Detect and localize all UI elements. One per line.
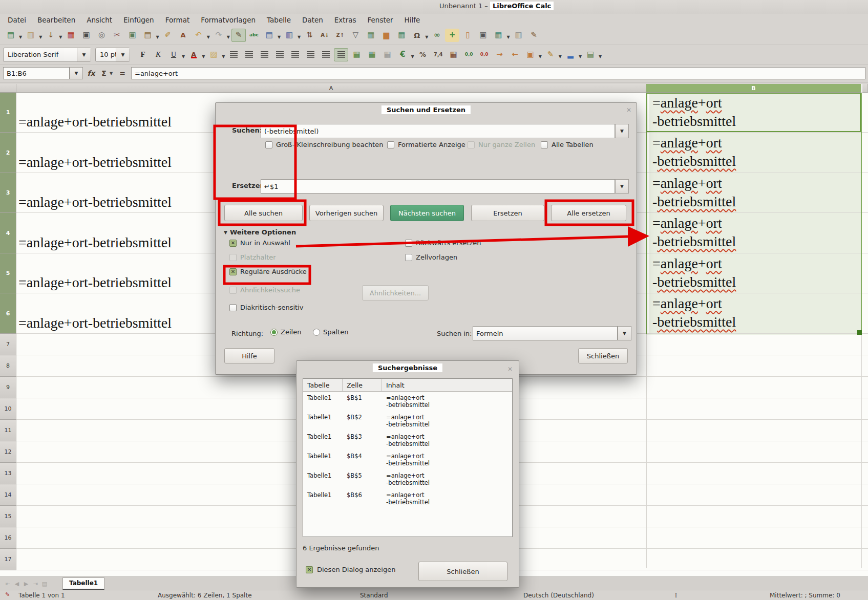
align-top-icon[interactable] (288, 48, 302, 61)
border-color-dropdown-icon[interactable]: ▼ (579, 50, 582, 59)
underline-icon[interactable]: U (166, 48, 181, 61)
redo-icon[interactable]: ↷ (211, 29, 226, 42)
selection-handle[interactable] (857, 330, 862, 335)
font-color-dropdown-icon[interactable]: ▼ (202, 50, 205, 59)
result-row-3[interactable]: Tabelle1$B$3=anlage+ort -betriebsmittel (303, 431, 512, 450)
menu-ansicht[interactable]: Ansicht (81, 15, 118, 25)
row-header-4[interactable]: 4 (0, 213, 16, 253)
name-box[interactable]: B1:B6 (3, 67, 70, 79)
search-input[interactable]: (-betriebsmittel) (261, 124, 615, 138)
unmerge-cells-icon[interactable]: ▦ (380, 48, 394, 61)
save-dropdown-icon[interactable]: ▼ (59, 31, 62, 39)
open-icon[interactable]: ▥ (24, 29, 38, 42)
cell-b5[interactable]: =anlage+ort-betriebsmittel (649, 253, 861, 293)
checkbox-alle-tabellen-box[interactable] (541, 141, 548, 148)
undo-icon[interactable]: ↶ (192, 29, 206, 42)
radio-spalten[interactable]: Spalten (313, 328, 348, 336)
print-preview-icon[interactable]: ◎ (94, 29, 109, 42)
draw-functions-icon[interactable]: ✎ (527, 29, 541, 42)
row-header-13[interactable]: 13 (0, 463, 16, 484)
sheet-tab-tabelle1[interactable]: Tabelle1 (62, 577, 104, 590)
sort-descending-icon[interactable]: Z↑ (333, 29, 347, 42)
insert-comment-icon[interactable]: + (445, 29, 459, 42)
freeze-panes-dropdown-icon[interactable]: ▼ (506, 31, 510, 39)
border-style-icon[interactable]: ✎ (543, 48, 558, 61)
insert-image-icon[interactable]: ▦ (364, 29, 378, 42)
results-dialog-close-icon[interactable]: ✕ (507, 366, 513, 373)
font-name-dropdown-icon[interactable]: ▼ (77, 48, 91, 61)
first-sheet-icon[interactable]: ⇤ (3, 581, 12, 587)
cell-a1[interactable]: =anlage+ort-betriebsmittel (18, 114, 172, 130)
checkbox-platzhalter[interactable]: Platzhalter (229, 253, 276, 261)
select-all-corner[interactable] (0, 84, 16, 93)
undo-dropdown-icon[interactable]: ▼ (207, 31, 210, 39)
row-header-3[interactable]: 3 (0, 173, 16, 213)
cell-a5[interactable]: =anlage+ort-betriebsmittel (18, 274, 172, 291)
column-header-a[interactable]: A (16, 84, 646, 93)
wrap-text-icon[interactable] (334, 48, 348, 61)
menu-hilfe[interactable]: Hilfe (399, 15, 426, 25)
font-size-combo[interactable]: 10 pt ▼ (95, 48, 130, 62)
special-character-dropdown-icon[interactable]: ▼ (425, 31, 428, 39)
checkbox-diakritisch-sensitiv[interactable]: Diakritisch-sensitiv (229, 304, 303, 311)
sum-icon[interactable]: Σ (98, 67, 110, 79)
new-document-dropdown-icon[interactable]: ▼ (19, 31, 22, 39)
cell-b3[interactable]: =anlage+ort-betriebsmittel (649, 173, 861, 212)
column-header-b[interactable]: B (646, 84, 861, 93)
checkbox-nur-in-auswahl-box[interactable]: ✕ (229, 240, 237, 247)
find-next-button[interactable]: Nächsten suchen (390, 205, 464, 221)
checkbox-zellvorlagen-box[interactable] (405, 254, 412, 261)
insert-row-icon[interactable]: ▤ (262, 29, 277, 42)
replace-input[interactable]: ↵$1 (261, 179, 615, 194)
delete-decimal-place-icon[interactable]: 0,0 (477, 48, 492, 61)
italic-icon[interactable]: K (151, 48, 165, 61)
checkbox-nur-ganze-zellen[interactable]: Nur ganze Zellen (468, 141, 535, 148)
status-stats[interactable]: Mittelwert: ; Summe: 0 (770, 592, 840, 599)
paste-dropdown-icon[interactable]: ▼ (156, 31, 159, 39)
checkbox-diakritisch-sensitiv-box[interactable] (229, 304, 237, 311)
special-character-icon[interactable]: Ω (410, 29, 424, 42)
cell-a6[interactable]: =anlage+ort-betriebsmittel (18, 315, 172, 331)
decrease-indent-icon[interactable]: ← (508, 48, 522, 61)
last-sheet-icon[interactable]: ⇥ (31, 581, 40, 587)
sum-dropdown-icon[interactable]: ▼ (110, 71, 113, 76)
radio-zeilen[interactable]: Zeilen (270, 328, 301, 336)
menu-daten[interactable]: Daten (297, 15, 329, 25)
row-header-6[interactable]: 6 (0, 293, 16, 334)
insert-column-dropdown-icon[interactable]: ▼ (298, 31, 301, 39)
find-all-button[interactable]: Alle suchen (224, 205, 303, 221)
underline-dropdown-icon[interactable]: ▼ (182, 50, 185, 59)
font-name-combo[interactable]: Liberation Serif ▼ (3, 48, 91, 62)
increase-indent-icon[interactable]: → (493, 48, 507, 61)
checkbox-zellvorlagen[interactable]: Zellvorlagen (405, 253, 457, 261)
align-bottom-icon[interactable] (319, 48, 333, 61)
align-center-icon[interactable] (242, 48, 256, 61)
radio-zeilen-circle[interactable] (270, 329, 278, 336)
search-in-dropdown-icon[interactable]: ▼ (618, 326, 631, 340)
row-header-15[interactable]: 15 (0, 506, 16, 527)
radio-spalten-circle[interactable] (313, 329, 320, 336)
spelling-icon[interactable]: abc (247, 29, 261, 42)
print-area-icon[interactable]: ▣ (476, 29, 490, 42)
row-header-1[interactable]: 1 (0, 93, 16, 133)
cell-b1[interactable]: =anlage+ort-betriebsmittel (649, 93, 861, 132)
cell-a2[interactable]: =anlage+ort-betriebsmittel (18, 154, 172, 170)
checkbox-rückwärts-ersetzen-box[interactable] (405, 240, 412, 247)
highlighting-color-dropdown-icon[interactable]: ▼ (222, 50, 225, 59)
insert-hyperlink-icon[interactable]: ∞ (430, 29, 444, 42)
save-icon[interactable]: ↓ (44, 29, 58, 42)
help-button[interactable]: Hilfe (224, 348, 274, 363)
font-color-icon[interactable]: A (186, 48, 201, 61)
open-dropdown-icon[interactable]: ▼ (39, 31, 42, 39)
result-row-6[interactable]: Tabelle1$B$6=anlage+ort -betriebsmittel (303, 489, 512, 508)
result-row-4[interactable]: Tabelle1$B$4=anlage+ort -betriebsmittel (303, 450, 512, 469)
insert-row-dropdown-icon[interactable]: ▼ (278, 31, 281, 39)
search-in-combo[interactable]: Formeln (473, 326, 618, 340)
find-and-replace-icon[interactable]: ✎ (231, 29, 246, 42)
checkbox-reguläre-ausdrücke-box[interactable]: ✕ (229, 268, 237, 275)
font-size-dropdown-icon[interactable]: ▼ (116, 48, 130, 61)
results-col-inhalt[interactable]: Inhalt (382, 381, 512, 389)
row-header-12[interactable]: 12 (0, 441, 16, 463)
checkbox-formatierte-anzeige-box[interactable] (387, 141, 394, 148)
checkbox-alle-tabellen[interactable]: Alle Tabellen (541, 141, 594, 148)
